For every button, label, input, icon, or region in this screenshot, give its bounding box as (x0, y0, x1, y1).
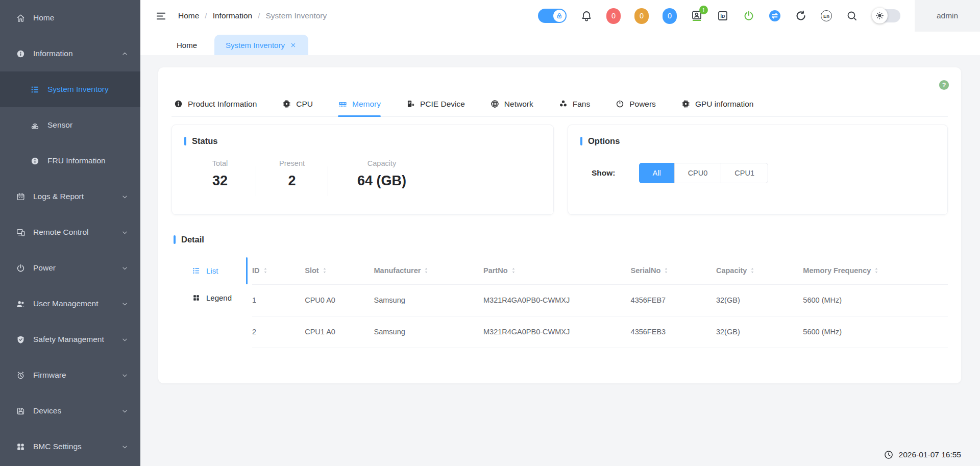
sidebar-item-bmc-settings[interactable]: BMC Settings (0, 429, 140, 464)
table-row: 2CPU1 A0SamsungM321R4GA0PB0-CWMXJ4356FEB… (252, 316, 948, 348)
chevron-down-icon (120, 371, 129, 380)
theme-toggle[interactable] (872, 9, 900, 22)
help-icon[interactable]: ? (938, 79, 950, 91)
tab-gpu-information[interactable]: GPU information (681, 99, 754, 116)
fan-icon (558, 99, 568, 109)
sidebar-item-user-management[interactable]: User Management (0, 286, 140, 322)
table-cell: 5600 (MHz) (803, 316, 948, 348)
refresh-icon[interactable] (795, 10, 807, 22)
tab-network[interactable]: Network (490, 99, 533, 116)
show-filter-row: Show: AllCPU0CPU1 (580, 163, 935, 183)
table-cell: 5600 (MHz) (803, 284, 948, 316)
sidebar-item-home[interactable]: Home (0, 0, 140, 36)
memory-icon (338, 99, 348, 109)
column-header-manufacturer[interactable]: Manufacturer (374, 257, 483, 284)
counter-value: 0 (640, 12, 644, 20)
menu-fold-icon[interactable] (155, 10, 167, 22)
chevron-up-icon (120, 50, 129, 58)
table-cell: 1 (252, 284, 305, 316)
column-header-label: PartNo (483, 266, 508, 275)
page-tab-home[interactable]: Home (170, 35, 203, 55)
tab-fans[interactable]: Fans (558, 99, 590, 116)
bell-icon[interactable] (580, 10, 593, 22)
column-header-label: ID (252, 266, 260, 275)
filter-button-label: CPU0 (688, 169, 708, 177)
sidebar-item-power[interactable]: Power (0, 250, 140, 286)
inventory-card: ? Product InformationCPUMemoryPCIE Devic… (158, 67, 961, 383)
status-stats: Total32Present2Capacity64 (GB) (184, 159, 541, 196)
search-icon[interactable] (846, 10, 858, 22)
users-icon (16, 299, 26, 309)
column-header-capacity[interactable]: Capacity (716, 257, 803, 284)
column-header-partno[interactable]: PartNo (483, 257, 631, 284)
counter-alert-info[interactable]: 0 (663, 8, 677, 24)
sidebar-item-safety-management[interactable]: Safety Management (0, 322, 140, 357)
filter-button-cpu0[interactable]: CPU0 (674, 163, 722, 183)
tab-product-information[interactable]: Product Information (174, 99, 257, 116)
panels-row: Status Total32Present2Capacity64 (GB) Op… (172, 125, 948, 215)
svg-text:iD: iD (721, 14, 726, 19)
id-doc-icon[interactable]: iD (717, 10, 729, 22)
column-header-slot[interactable]: Slot (305, 257, 374, 284)
svg-text:?: ? (942, 82, 946, 89)
view-tab-legend[interactable]: Legend (192, 284, 252, 311)
column-header-memory-frequency[interactable]: Memory Frequency (803, 257, 948, 284)
user-card-icon[interactable]: 1 (691, 10, 703, 22)
table-header-row: IDSlotManufacturerPartNoSerialNoCapacity… (252, 257, 948, 284)
breadcrumb-item-system-inventory[interactable]: System Inventory (266, 11, 327, 20)
language-button[interactable]: En (821, 10, 832, 21)
counter-alert-critical[interactable]: 0 (606, 8, 621, 24)
home-icon (16, 13, 26, 23)
status-panel: Status Total32Present2Capacity64 (GB) (172, 125, 554, 215)
remote-icon (16, 228, 26, 237)
sidebar-item-system-inventory[interactable]: System Inventory (0, 71, 140, 107)
tab-label: Fans (573, 100, 590, 109)
sidebar-item-devices[interactable]: Devices (0, 393, 140, 429)
user-menu[interactable]: admin (915, 0, 980, 32)
sidebar-item-label: Logs & Report (33, 192, 84, 201)
breadcrumb-item-home[interactable]: Home (178, 11, 199, 20)
sidebar-item-remote-control[interactable]: Remote Control (0, 214, 140, 250)
tab-cpu[interactable]: CPU (282, 99, 313, 116)
power-icon[interactable] (743, 10, 755, 22)
view-tab-list[interactable]: List (192, 257, 252, 284)
sidebar-item-firmware[interactable]: Firmware (0, 357, 140, 393)
powers-icon (615, 99, 625, 109)
tab-memory[interactable]: Memory (338, 99, 381, 116)
column-header-serialno[interactable]: SerialNo (631, 257, 716, 284)
lock-toggle[interactable] (538, 9, 567, 23)
grid-icon (16, 442, 26, 452)
sort-icon (422, 266, 430, 275)
sidebar-item-logs-report[interactable]: Logs & Report (0, 179, 140, 214)
sync-icon[interactable] (769, 10, 781, 22)
product-info-icon (174, 99, 183, 109)
close-icon[interactable] (289, 41, 297, 49)
cpu-icon (282, 99, 291, 109)
breadcrumb-item-information[interactable]: Information (213, 11, 253, 20)
sidebar-item-sensor[interactable]: Sensor (0, 107, 140, 143)
options-panel-title: Options (580, 136, 935, 146)
chevron-down-icon (120, 407, 129, 415)
table-cell: 2 (252, 316, 305, 348)
sidebar-item-information[interactable]: Information (0, 36, 140, 71)
sidebar-item-label: BMC Settings (33, 442, 82, 451)
filter-button-cpu1[interactable]: CPU1 (721, 163, 768, 183)
main-column: Home/Information/System Inventory 0001iD… (140, 0, 980, 466)
column-header-id[interactable]: ID (252, 257, 305, 284)
counter-alert-warning[interactable]: 0 (634, 8, 649, 24)
tab-powers[interactable]: Powers (615, 99, 656, 116)
stat-label: Present (279, 159, 305, 167)
view-tab-label: Legend (206, 293, 232, 302)
inventory-tabs: Product InformationCPUMemoryPCIE DeviceN… (172, 67, 948, 117)
filter-button-all[interactable]: All (639, 163, 675, 183)
tab-pcie-device[interactable]: PCIE Device (406, 99, 465, 116)
column-header-label: Manufacturer (374, 266, 421, 275)
status-title-label: Status (192, 136, 217, 146)
tab-label: PCIE Device (420, 100, 465, 109)
sidebar-item-label: Safety Management (33, 335, 104, 344)
sidebar-item-fru-information[interactable]: FRU Information (0, 143, 140, 179)
page-tabstrip: HomeSystem Inventory (140, 32, 980, 55)
legend-icon (192, 293, 201, 302)
stat-label: Capacity (368, 159, 396, 167)
page-tab-system-inventory[interactable]: System Inventory (214, 35, 308, 55)
